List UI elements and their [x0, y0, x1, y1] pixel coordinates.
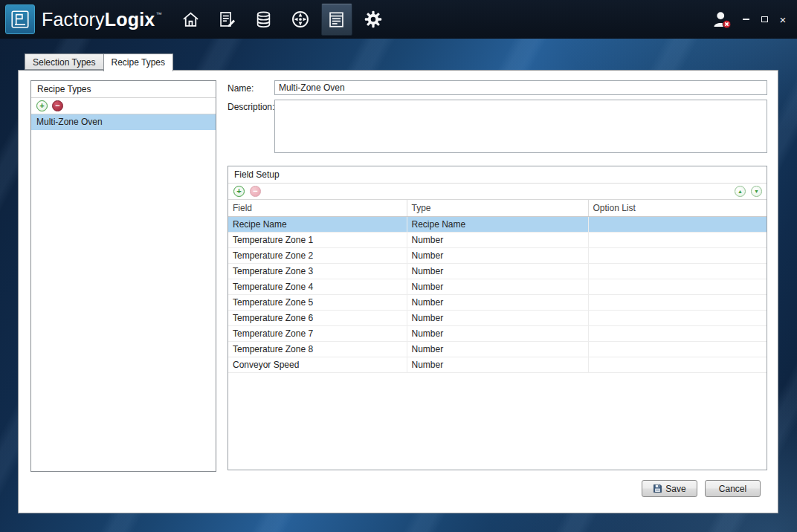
field-setup-cell[interactable]: Temperature Zone 8 [228, 341, 407, 357]
brand-factory: Factory [42, 9, 105, 30]
recipe-type-item[interactable]: Multi-Zone Oven [31, 114, 216, 130]
field-setup-row[interactable]: Temperature Zone 8Number [228, 341, 767, 357]
field-setup-cell[interactable]: Temperature Zone 5 [228, 294, 407, 310]
field-setup-groupbox: Field Setup + − ▲ ▼ Field Type Option Li… [228, 166, 767, 470]
compass-disc-icon [290, 9, 311, 30]
titlebar: FactoryLogix™ [0, 0, 797, 39]
field-setup-toolbar: + − ▲ ▼ [228, 184, 767, 200]
close-button[interactable]: × [775, 10, 791, 28]
process-editor-nav-button[interactable] [212, 3, 243, 36]
field-setup-cell[interactable]: Number [407, 247, 588, 263]
minimize-button[interactable] [738, 10, 754, 28]
field-setup-cell[interactable]: Number [407, 341, 588, 357]
production-templates-nav-button[interactable] [321, 3, 352, 36]
field-setup-cell[interactable] [588, 247, 767, 263]
name-label: Name: [228, 83, 254, 94]
description-label: Description: [228, 102, 274, 112]
save-disk-icon [653, 484, 662, 493]
recipe-types-toolbar: + − [31, 98, 216, 114]
field-setup-row[interactable]: Temperature Zone 4Number [228, 279, 767, 294]
app-window: FactoryLogix™ [0, 0, 797, 532]
window-controls: × [709, 0, 791, 39]
add-field-button[interactable]: + [233, 186, 245, 197]
tab-recipe-types[interactable]: Recipe Types [103, 53, 174, 71]
field-setup-cell[interactable] [588, 294, 767, 310]
field-setup-cell[interactable]: Temperature Zone 4 [228, 279, 407, 294]
brand-trademark: ™ [155, 11, 161, 18]
save-button[interactable]: Save [642, 480, 697, 497]
field-setup-table-body: Recipe NameRecipe NameTemperature Zone 1… [228, 216, 767, 372]
field-setup-row[interactable]: Temperature Zone 7Number [228, 325, 767, 341]
field-setup-cell[interactable]: Temperature Zone 3 [228, 263, 407, 279]
field-setup-cell[interactable] [588, 357, 767, 372]
cancel-button[interactable]: Cancel [705, 480, 761, 497]
recipe-type-list: Multi-Zone Oven [31, 114, 216, 130]
factorylogix-logo-icon [5, 4, 35, 34]
field-setup-row[interactable]: Temperature Zone 6Number [228, 310, 767, 325]
field-setup-cell[interactable]: Number [407, 310, 588, 325]
move-field-up-button[interactable]: ▲ [735, 186, 746, 197]
brand-logix: Logix [105, 9, 155, 30]
field-setup-row[interactable]: Temperature Zone 5Number [228, 294, 767, 310]
field-setup-cell[interactable] [588, 310, 767, 325]
field-setup-cell[interactable] [588, 279, 767, 294]
tab-strip: Selection Types Recipe Types [25, 53, 173, 71]
minimize-icon [743, 19, 749, 20]
tab-selection-types[interactable]: Selection Types [25, 53, 104, 70]
field-setup-row[interactable]: Temperature Zone 1Number [228, 232, 767, 247]
field-setup-header: Field Setup [228, 166, 767, 184]
maximize-button[interactable] [756, 10, 772, 28]
column-header-type[interactable]: Type [407, 200, 588, 216]
field-setup-cell[interactable]: Number [407, 325, 588, 341]
field-setup-cell[interactable]: Temperature Zone 2 [228, 247, 407, 263]
user-session-button[interactable] [709, 5, 735, 33]
field-setup-cell[interactable]: Temperature Zone 6 [228, 310, 407, 325]
field-setup-cell[interactable]: Number [407, 294, 588, 310]
field-setup-row[interactable]: Temperature Zone 3Number [228, 263, 767, 279]
save-button-label: Save [665, 484, 685, 494]
field-setup-cell[interactable]: Conveyor Speed [228, 357, 407, 372]
maximize-icon [761, 16, 768, 22]
column-header-option-list[interactable]: Option List [588, 200, 767, 216]
field-setup-cell[interactable] [588, 341, 767, 357]
field-setup-table: Field Type Option List Recipe NameRecipe… [228, 200, 767, 373]
document-pencil-icon [217, 10, 237, 30]
field-setup-row[interactable]: Recipe NameRecipe Name [228, 216, 767, 232]
field-setup-cell[interactable]: Number [407, 279, 588, 294]
move-field-down-button[interactable]: ▼ [751, 186, 762, 197]
recipe-types-page: Recipe Types + − Multi-Zone Oven Name: D… [18, 70, 778, 513]
form-document-icon [326, 10, 346, 30]
main-nav [175, 0, 389, 39]
column-header-field[interactable]: Field [228, 200, 407, 216]
field-setup-cell[interactable] [588, 263, 767, 279]
field-setup-row[interactable]: Temperature Zone 2Number [228, 247, 767, 263]
add-recipe-type-button[interactable]: + [36, 100, 48, 111]
field-setup-cell[interactable]: Number [407, 357, 588, 372]
user-logout-icon [712, 9, 732, 30]
remove-recipe-type-button[interactable]: − [52, 100, 63, 111]
recipe-types-listbox-header: Recipe Types [31, 81, 216, 98]
materials-nav-button[interactable] [248, 3, 280, 36]
field-setup-cell[interactable]: Temperature Zone 7 [228, 325, 407, 341]
settings-nav-button[interactable] [358, 3, 389, 36]
gear-icon [363, 9, 384, 30]
field-setup-cell[interactable]: Recipe Name [228, 216, 407, 232]
description-textarea[interactable] [274, 100, 767, 153]
field-setup-cell[interactable] [588, 216, 767, 232]
field-setup-cell[interactable]: Temperature Zone 1 [228, 232, 407, 247]
remove-field-button[interactable]: − [250, 186, 261, 197]
recipe-types-listbox: Recipe Types + − Multi-Zone Oven [30, 80, 216, 472]
field-setup-cell[interactable]: Number [407, 232, 588, 247]
field-setup-row[interactable]: Conveyor SpeedNumber [228, 357, 767, 372]
field-setup-cell[interactable]: Number [407, 263, 588, 279]
field-setup-header-row: Field Type Option List [228, 200, 767, 216]
field-setup-cell[interactable] [588, 232, 767, 247]
field-setup-cell[interactable] [588, 325, 767, 341]
database-icon [254, 10, 274, 30]
name-input[interactable] [274, 80, 767, 95]
analytics-nav-button[interactable] [285, 3, 316, 36]
home-icon [181, 10, 201, 30]
home-nav-button[interactable] [175, 3, 207, 36]
app-title: FactoryLogix™ [42, 9, 162, 30]
field-setup-cell[interactable]: Recipe Name [407, 216, 588, 232]
